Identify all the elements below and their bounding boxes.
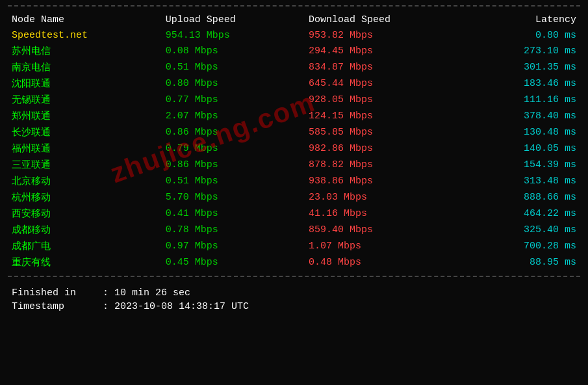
col-node-name: Node Name [8, 12, 162, 28]
table-row: 重庆有线0.45 Mbps0.48 Mbps88.95 ms [8, 254, 580, 271]
cell-upload-speed: 0.45 Mbps [162, 254, 305, 271]
finished-value: : 10 min 26 sec [103, 287, 190, 299]
cell-node-name: 沈阳联通 [8, 75, 162, 92]
cell-download-speed: 834.87 Mbps [305, 59, 469, 75]
table-row: 苏州电信0.08 Mbps294.45 Mbps273.10 ms [8, 43, 580, 59]
footer-finished-row: Finished in : 10 min 26 sec [12, 287, 576, 299]
cell-upload-speed: 0.97 Mbps [162, 238, 305, 254]
footer-section: Finished in : 10 min 26 sec Timestamp : … [8, 284, 580, 319]
cell-node-name: 西安移动 [8, 206, 162, 222]
cell-latency: 301.35 ms [469, 59, 580, 75]
cell-upload-speed: 0.51 Mbps [162, 173, 305, 189]
cell-download-speed: 953.82 Mbps [305, 28, 469, 43]
table-row: 沈阳联通0.80 Mbps645.44 Mbps183.46 ms [8, 75, 580, 92]
cell-node-name: 福州联通 [8, 140, 162, 157]
cell-download-speed: 41.16 Mbps [305, 206, 469, 222]
cell-upload-speed: 2.07 Mbps [162, 108, 305, 124]
cell-node-name: 郑州联通 [8, 108, 162, 124]
timestamp-value: : 2023-10-08 14:38:17 UTC [103, 301, 249, 312]
cell-latency: 700.28 ms [469, 238, 580, 254]
cell-download-speed: 645.44 Mbps [305, 75, 469, 92]
cell-node-name: 成都广电 [8, 238, 162, 254]
speed-table: Node Name Upload Speed Download Speed La… [8, 12, 580, 271]
cell-latency: 140.05 ms [469, 140, 580, 157]
col-upload: Upload Speed [162, 12, 305, 28]
col-download: Download Speed [305, 12, 469, 28]
cell-upload-speed: 0.78 Mbps [162, 222, 305, 238]
cell-upload-speed: 0.77 Mbps [162, 92, 305, 108]
cell-download-speed: 294.45 Mbps [305, 43, 469, 59]
table-row: 杭州移动5.70 Mbps23.03 Mbps888.66 ms [8, 189, 580, 206]
cell-node-name: 成都移动 [8, 222, 162, 238]
main-container: Node Name Upload Speed Download Speed La… [8, 5, 580, 319]
cell-upload-speed: 954.13 Mbps [162, 28, 305, 43]
table-row: 郑州联通2.07 Mbps124.15 Mbps378.40 ms [8, 108, 580, 124]
cell-latency: 464.22 ms [469, 206, 580, 222]
top-border [8, 5, 580, 7]
cell-upload-speed: 0.51 Mbps [162, 59, 305, 75]
cell-upload-speed: 0.79 Mbps [162, 140, 305, 157]
cell-node-name: 无锡联通 [8, 92, 162, 108]
table-header-row: Node Name Upload Speed Download Speed La… [8, 12, 580, 28]
table-row: 无锡联通0.77 Mbps928.05 Mbps111.16 ms [8, 92, 580, 108]
cell-download-speed: 23.03 Mbps [305, 189, 469, 206]
cell-upload-speed: 0.08 Mbps [162, 43, 305, 59]
cell-upload-speed: 5.70 Mbps [162, 189, 305, 206]
cell-upload-speed: 0.80 Mbps [162, 75, 305, 92]
cell-latency: 154.39 ms [469, 157, 580, 173]
cell-latency: 378.40 ms [469, 108, 580, 124]
cell-node-name: 重庆有线 [8, 254, 162, 271]
cell-download-speed: 1.07 Mbps [305, 238, 469, 254]
cell-latency: 183.46 ms [469, 75, 580, 92]
cell-node-name: 三亚联通 [8, 157, 162, 173]
cell-node-name: 苏州电信 [8, 43, 162, 59]
timestamp-label: Timestamp [12, 301, 103, 312]
cell-latency: 111.16 ms [469, 92, 580, 108]
table-row: Speedtest.net954.13 Mbps953.82 Mbps0.80 … [8, 28, 580, 43]
table-row: 南京电信0.51 Mbps834.87 Mbps301.35 ms [8, 59, 580, 75]
table-row: 西安移动0.41 Mbps41.16 Mbps464.22 ms [8, 206, 580, 222]
cell-download-speed: 124.15 Mbps [305, 108, 469, 124]
cell-node-name: 北京移动 [8, 173, 162, 189]
cell-latency: 325.40 ms [469, 222, 580, 238]
cell-download-speed: 878.82 Mbps [305, 157, 469, 173]
cell-node-name: 长沙联通 [8, 124, 162, 140]
cell-upload-speed: 0.41 Mbps [162, 206, 305, 222]
cell-latency: 273.10 ms [469, 43, 580, 59]
footer-timestamp-row: Timestamp : 2023-10-08 14:38:17 UTC [12, 301, 576, 312]
table-row: 长沙联通0.86 Mbps585.85 Mbps130.48 ms [8, 124, 580, 140]
cell-latency: 888.66 ms [469, 189, 580, 206]
table-row: 成都广电0.97 Mbps1.07 Mbps700.28 ms [8, 238, 580, 254]
cell-node-name: 南京电信 [8, 59, 162, 75]
cell-download-speed: 982.86 Mbps [305, 140, 469, 157]
cell-download-speed: 0.48 Mbps [305, 254, 469, 271]
cell-latency: 313.48 ms [469, 173, 580, 189]
cell-latency: 0.80 ms [469, 28, 580, 43]
table-row: 三亚联通0.86 Mbps878.82 Mbps154.39 ms [8, 157, 580, 173]
bottom-border [8, 276, 580, 277]
table-row: 成都移动0.78 Mbps859.40 Mbps325.40 ms [8, 222, 580, 238]
cell-node-name: Speedtest.net [8, 28, 162, 43]
table-row: 北京移动0.51 Mbps938.86 Mbps313.48 ms [8, 173, 580, 189]
cell-latency: 130.48 ms [469, 124, 580, 140]
col-latency: Latency [469, 12, 580, 28]
cell-node-name: 杭州移动 [8, 189, 162, 206]
cell-download-speed: 859.40 Mbps [305, 222, 469, 238]
cell-upload-speed: 0.86 Mbps [162, 157, 305, 173]
cell-download-speed: 585.85 Mbps [305, 124, 469, 140]
cell-upload-speed: 0.86 Mbps [162, 124, 305, 140]
cell-download-speed: 938.86 Mbps [305, 173, 469, 189]
finished-label: Finished in [12, 287, 103, 299]
table-row: 福州联通0.79 Mbps982.86 Mbps140.05 ms [8, 140, 580, 157]
cell-latency: 88.95 ms [469, 254, 580, 271]
cell-download-speed: 928.05 Mbps [305, 92, 469, 108]
